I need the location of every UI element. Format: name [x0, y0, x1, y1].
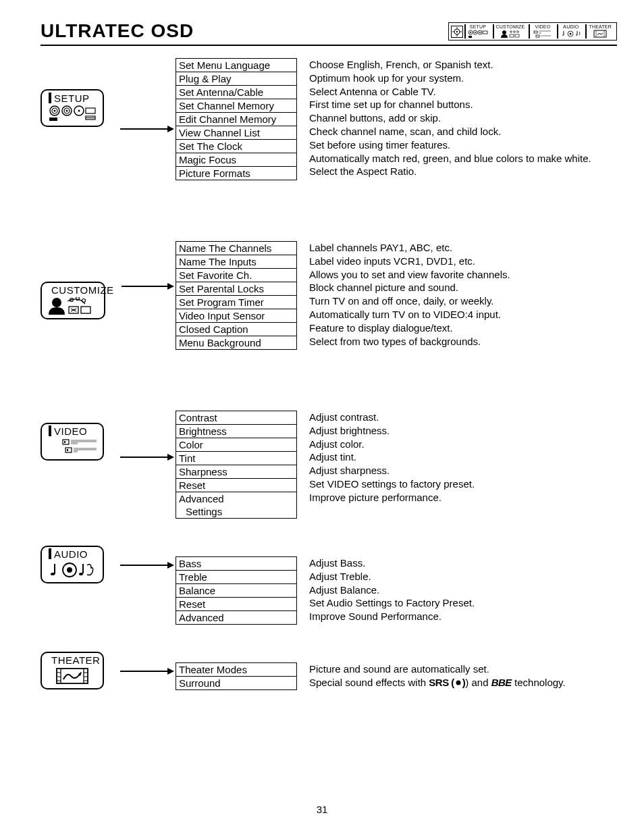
menu-box-audio: Bass Treble Balance Reset Advanced — [176, 556, 297, 625]
menu-desc: Select from two types of backgrounds. — [309, 335, 510, 348]
menu-desc: Adjust Bass. — [309, 556, 475, 570]
menu-desc: Improve picture performance. — [309, 491, 475, 504]
menu-item: Balance — [176, 584, 296, 598]
nav-item-setup: SETUP — [464, 24, 491, 38]
menu-desc: Adjust sharpness. — [309, 464, 475, 477]
svg-rect-63 — [57, 669, 88, 683]
desc-col: Adjust Bass. Adjust Treble. Adjust Balan… — [297, 556, 475, 623]
svg-rect-19 — [515, 34, 519, 37]
desc-col: Adjust contrast. Adjust brightness. Adju… — [297, 411, 475, 504]
nav-item-audio: AUDIO — [557, 24, 584, 38]
menu-desc: Adjust contrast. — [309, 411, 475, 424]
section-audio: AUDIO Bass Treble Balance Reset Advanced… — [41, 546, 617, 625]
svg-point-35 — [66, 109, 68, 111]
svg-point-72 — [456, 680, 460, 685]
menu-item: Picture Formats — [176, 167, 296, 180]
customize-icon — [500, 29, 520, 38]
menu-box-customize: Name The Channels Name The Inputs Set Fa… — [176, 241, 297, 350]
menu-desc: Block channel picture and sound. — [309, 281, 510, 294]
nav-strip: SETUP CUSTOMIZE VIDEO AUDIO — [448, 22, 617, 41]
menu-item: Name The Channels — [176, 242, 296, 255]
menu-item: Set The Clock — [176, 140, 296, 153]
menu-item: Reset — [176, 479, 296, 492]
menu-item: Set Favorite Ch. — [176, 269, 296, 282]
svg-point-42 — [52, 298, 61, 307]
badge-title: SETUP — [54, 93, 90, 104]
menu-item: Magic Focus — [176, 153, 296, 167]
nav-item-customize: CUSTOMIZE — [493, 24, 528, 38]
menu-desc: Channel buttons, add or skip. — [309, 111, 591, 125]
menu-item: Advanced — [176, 611, 296, 624]
svg-rect-24 — [541, 35, 551, 36]
page-header: ULTRATEC OSD SETUP CUSTOMIZE VIDEO — [41, 20, 617, 46]
menu-desc: Set VIDEO settings to factory preset. — [309, 477, 475, 491]
setup-badge-icon — [47, 105, 98, 124]
section-video: VIDEO Contrast Brightness Color Tint Sha… — [41, 411, 617, 519]
menu-desc: Picture and sound are automatically set. — [309, 662, 566, 676]
menu-item: Edit Channel Memory — [176, 113, 296, 126]
svg-rect-54 — [71, 442, 78, 444]
menu-item: Set Parental Locks — [176, 282, 296, 296]
badge-video: VIDEO — [41, 423, 104, 461]
menu-desc: Label video inputs VCR1, DVD1, etc. — [309, 255, 510, 268]
menu-item: Set Antenna/Cable — [176, 86, 296, 99]
page-number: 31 — [0, 804, 644, 815]
svg-point-1 — [456, 30, 457, 32]
svg-rect-12 — [468, 36, 472, 38]
menu-item: Tint — [176, 452, 296, 465]
video-icon — [533, 29, 553, 38]
svg-rect-58 — [74, 450, 78, 452]
nav-lead-icon — [451, 26, 463, 38]
menu-desc: Select Antenna or Cable TV. — [309, 85, 591, 99]
menu-item: Plug & Play — [176, 72, 296, 86]
nav-label: CUSTOMIZE — [496, 24, 525, 29]
menu-desc: Adjust brightness. — [309, 424, 475, 438]
menu-desc: Adjust tint. — [309, 450, 475, 464]
menu-desc: Improve Sound Performance. — [309, 610, 475, 623]
svg-point-59 — [51, 573, 55, 575]
svg-rect-13 — [483, 31, 487, 34]
audio-badge-icon — [47, 561, 98, 581]
desc-col: Label channels PAY1, ABC, etc. Label vid… — [297, 241, 510, 348]
svg-rect-51 — [63, 440, 69, 444]
menu-box-setup: Set Menu Language Plug & Play Set Antenn… — [176, 58, 297, 180]
nav-label: SETUP — [470, 24, 486, 29]
menu-desc: Label channels PAY1, ABC, etc. — [309, 241, 510, 255]
svg-rect-20 — [534, 31, 537, 33]
customize-badge-icon — [47, 297, 99, 317]
setup-icon — [468, 29, 488, 38]
menu-desc: Select the Aspect Ratio. — [309, 165, 591, 178]
svg-rect-57 — [74, 448, 97, 450]
svg-rect-38 — [49, 118, 57, 121]
nav-item-theater: THEATER — [585, 24, 614, 38]
menu-desc: First time set up for channel buttons. — [309, 98, 591, 111]
menu-desc: Special sound effects with SRS ()) and B… — [309, 676, 566, 689]
svg-rect-53 — [71, 440, 97, 442]
svg-point-26 — [569, 33, 571, 35]
menu-desc: Automatically turn TV on to VIDEO:4 inpu… — [309, 308, 510, 321]
desc-text: Special sound effects with — [309, 677, 429, 688]
svg-point-9 — [475, 32, 476, 33]
menu-item: Set Channel Memory — [176, 99, 296, 113]
svg-point-37 — [78, 109, 80, 111]
menu-item: Video Input Sensor — [176, 309, 296, 323]
badge-audio: AUDIO — [41, 546, 104, 583]
desc-col: Choose English, French, or Spanish text.… — [297, 58, 591, 178]
menu-desc: Choose English, French, or Spanish text. — [309, 58, 591, 72]
svg-rect-52 — [64, 441, 65, 443]
svg-point-46 — [82, 298, 86, 302]
srs-logo: SRS ( — [429, 677, 454, 688]
menu-desc: Feature to display dialogue/text. — [309, 321, 510, 335]
menu-item: Menu Background — [176, 336, 296, 349]
svg-point-16 — [514, 31, 516, 33]
menu-item: Name The Inputs — [176, 255, 296, 269]
svg-rect-18 — [510, 34, 514, 37]
menu-desc: Set Audio Settings to Factory Preset. — [309, 596, 475, 610]
menu-item: Advanced — [176, 492, 296, 505]
badge-title: VIDEO — [54, 425, 87, 437]
menu-desc: Turn TV on and off once, daily, or weekl… — [309, 294, 510, 308]
section-customize: CUSTOMIZE Name The Channels Name The Inp… — [41, 241, 617, 350]
menu-item: Settings — [176, 505, 296, 518]
menu-desc: Automatically match red, green, and blue… — [309, 152, 591, 165]
nav-item-video: VIDEO — [529, 24, 556, 38]
